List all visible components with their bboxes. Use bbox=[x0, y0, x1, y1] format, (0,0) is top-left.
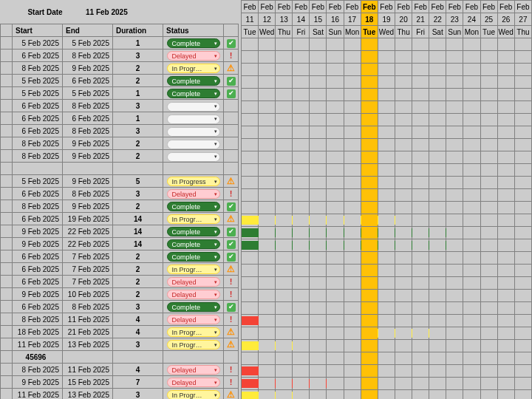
gantt-bar[interactable] bbox=[242, 316, 259, 325]
warning-icon: ⚠ bbox=[227, 264, 235, 274]
gantt-row bbox=[242, 76, 532, 89]
timeline-day: 26 bbox=[497, 13, 514, 26]
chevron-down-icon: ▾ bbox=[214, 392, 217, 398]
status-dropdown[interactable]: ▾ bbox=[167, 140, 220, 149]
status-dropdown[interactable]: Complete▾ bbox=[167, 227, 220, 236]
status-dropdown[interactable]: In Progr…▾ bbox=[167, 265, 220, 274]
col-duration: Duration bbox=[113, 24, 163, 37]
timeline-day: 27 bbox=[514, 13, 531, 26]
gantt-row bbox=[242, 101, 532, 114]
gantt-row bbox=[242, 164, 532, 177]
col-flag bbox=[224, 24, 239, 37]
gantt-row bbox=[242, 252, 532, 265]
table-row: 9 Feb 202515 Feb 20257Delayed▾! bbox=[1, 376, 239, 389]
gantt-row bbox=[242, 64, 532, 76]
warning-icon: ⚠ bbox=[227, 339, 235, 349]
gantt-row bbox=[242, 352, 532, 365]
check-icon: ✔ bbox=[227, 253, 236, 262]
check-icon: ✔ bbox=[227, 303, 236, 312]
chevron-down-icon: ▾ bbox=[214, 267, 217, 273]
status-dropdown[interactable]: ▾ bbox=[167, 127, 220, 137]
col-start: Start bbox=[13, 24, 63, 37]
chevron-down-icon: ▾ bbox=[214, 204, 217, 210]
chevron-down-icon: ▾ bbox=[214, 254, 217, 260]
status-dropdown[interactable]: In Progr…▾ bbox=[167, 327, 220, 337]
status-dropdown[interactable]: Complete▾ bbox=[167, 89, 220, 98]
chevron-down-icon: ▾ bbox=[214, 91, 217, 97]
table-row: 6 Feb 20258 Feb 20253Delayed▾! bbox=[1, 50, 239, 62]
table-row: 11 Feb 202513 Feb 20253In Progr…▾⚠ bbox=[1, 389, 239, 400]
status-dropdown[interactable]: ▾ bbox=[167, 115, 220, 124]
chevron-down-icon: ▾ bbox=[214, 191, 217, 197]
table-row: 8 Feb 202511 Feb 20254Delayed▾! bbox=[1, 313, 239, 326]
status-dropdown[interactable]: Complete▾ bbox=[167, 38, 220, 48]
chevron-down-icon: ▾ bbox=[214, 292, 217, 298]
chevron-down-icon: ▾ bbox=[214, 330, 217, 335]
gantt-row bbox=[242, 114, 532, 126]
gantt-row bbox=[242, 327, 532, 340]
gantt-row bbox=[242, 227, 532, 239]
col-serial bbox=[1, 24, 13, 37]
status-dropdown[interactable]: Delayed▾ bbox=[167, 315, 220, 324]
status-dropdown[interactable]: Delayed▾ bbox=[167, 290, 220, 299]
warning-icon: ⚠ bbox=[227, 63, 235, 73]
status-dropdown[interactable]: Complete▾ bbox=[167, 239, 220, 249]
status-dropdown[interactable]: Delayed▾ bbox=[167, 365, 220, 375]
status-dropdown[interactable]: In Progr…▾ bbox=[167, 340, 220, 349]
status-dropdown[interactable]: Delayed▾ bbox=[167, 189, 220, 199]
chevron-down-icon: ▾ bbox=[214, 304, 217, 310]
timeline-day: 13 bbox=[276, 13, 293, 26]
status-dropdown[interactable]: Complete▾ bbox=[167, 76, 220, 86]
chevron-down-icon: ▾ bbox=[214, 179, 217, 185]
table-row: 8 Feb 20259 Feb 20252Complete▾✔ bbox=[1, 200, 239, 213]
check-icon: ✔ bbox=[227, 228, 236, 236]
status-dropdown[interactable]: Delayed▾ bbox=[167, 51, 220, 61]
table-row: 6 Feb 20257 Feb 20252Delayed▾! bbox=[1, 276, 239, 288]
alert-icon: ! bbox=[230, 290, 233, 299]
chevron-down-icon: ▾ bbox=[214, 78, 217, 84]
chevron-down-icon: ▾ bbox=[214, 317, 217, 323]
table-row: 6 Feb 202519 Feb 202514In Progr…▾⚠ bbox=[1, 213, 239, 225]
table-row: 9 Feb 202522 Feb 202514Complete▾✔ bbox=[1, 225, 239, 238]
status-dropdown[interactable]: Complete▾ bbox=[167, 302, 220, 312]
table-row bbox=[1, 163, 239, 175]
gantt-row bbox=[242, 239, 532, 252]
gantt-bar[interactable] bbox=[242, 366, 259, 375]
table-row: 18 Feb 202521 Feb 20254In Progr…▾⚠ bbox=[1, 326, 239, 338]
status-dropdown[interactable]: In Progr…▾ bbox=[167, 214, 220, 224]
table-row: 6 Feb 20256 Feb 20251▾ bbox=[1, 112, 239, 125]
check-icon: ✔ bbox=[227, 202, 236, 211]
status-dropdown[interactable]: Complete▾ bbox=[167, 202, 220, 211]
status-dropdown[interactable]: In Progr…▾ bbox=[167, 390, 220, 399]
table-row: 9 Feb 202522 Feb 202514Complete▾✔ bbox=[1, 238, 239, 250]
status-dropdown[interactable]: In Progress▾ bbox=[167, 177, 220, 186]
gantt-row bbox=[242, 390, 532, 400]
status-dropdown[interactable]: ▾ bbox=[167, 102, 220, 112]
warning-icon: ⚠ bbox=[227, 389, 235, 399]
gantt-row bbox=[242, 151, 532, 164]
alert-icon: ! bbox=[230, 51, 233, 60]
check-icon: ✔ bbox=[227, 39, 236, 48]
chevron-down-icon: ▾ bbox=[214, 367, 217, 373]
warning-icon: ⚠ bbox=[227, 327, 235, 337]
gantt-row bbox=[242, 302, 532, 315]
gantt-row bbox=[242, 277, 532, 290]
table-row: 8 Feb 20259 Feb 20252In Progr…▾⚠ bbox=[1, 62, 239, 75]
status-dropdown[interactable]: ▾ bbox=[167, 152, 220, 162]
chevron-down-icon: ▾ bbox=[214, 229, 217, 235]
gantt-row bbox=[242, 315, 532, 327]
gantt-row bbox=[242, 51, 532, 64]
gantt-row bbox=[242, 340, 532, 352]
chevron-down-icon: ▾ bbox=[214, 380, 217, 386]
col-end: End bbox=[63, 24, 113, 37]
gantt-row bbox=[242, 126, 532, 139]
status-dropdown[interactable]: Delayed▾ bbox=[167, 277, 220, 287]
chevron-down-icon: ▾ bbox=[214, 129, 217, 134]
status-dropdown[interactable]: Delayed▾ bbox=[167, 378, 220, 387]
table-row: 6 Feb 20257 Feb 20252In Progr…▾⚠ bbox=[1, 263, 239, 276]
status-dropdown[interactable]: In Progr…▾ bbox=[167, 64, 220, 73]
alert-icon: ! bbox=[230, 277, 233, 286]
chevron-down-icon: ▾ bbox=[214, 53, 217, 59]
status-dropdown[interactable]: Complete▾ bbox=[167, 252, 220, 262]
chevron-down-icon: ▾ bbox=[214, 342, 217, 348]
